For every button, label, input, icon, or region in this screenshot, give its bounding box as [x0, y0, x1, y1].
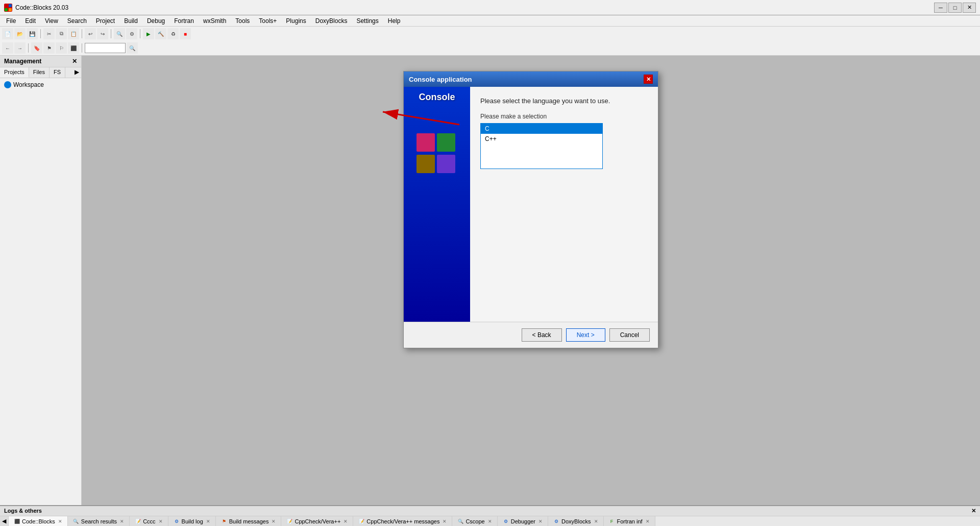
- svg-rect-2: [5, 8, 8, 11]
- sidebar-tab-fs[interactable]: FS: [50, 67, 65, 78]
- modal-dialog: Console application ✕ Console: [403, 71, 658, 348]
- log-tab-search[interactable]: 🔍 Search results ✕: [68, 516, 130, 526]
- back-button[interactable]: < Back: [522, 328, 562, 342]
- log-tab-codeblocks-label: Code::Blocks: [22, 518, 55, 524]
- tb-replace[interactable]: ⚙: [126, 28, 137, 39]
- menu-item-help[interactable]: Help: [384, 16, 405, 26]
- menu-item-search[interactable]: Search: [63, 16, 91, 26]
- log-tab-codeblocks[interactable]: ⬛ Code::Blocks ✕: [9, 516, 68, 526]
- tb-build[interactable]: 🔨: [155, 28, 166, 39]
- log-tab-cppcheck[interactable]: 📝 CppCheck/Vera++ ✕: [281, 516, 353, 526]
- language-item-cpp[interactable]: C++: [481, 134, 602, 144]
- cancel-button[interactable]: Cancel: [609, 328, 650, 342]
- workspace-icon: [4, 81, 11, 88]
- workspace-item[interactable]: Workspace: [2, 80, 79, 89]
- tb-search[interactable]: 🔍: [114, 28, 125, 39]
- modal-title: Console application: [409, 76, 472, 83]
- tb-rebuild[interactable]: ♻: [167, 28, 179, 39]
- tb-open[interactable]: 📂: [14, 28, 26, 39]
- tb-next[interactable]: →: [14, 42, 26, 54]
- tb-redo[interactable]: ↪: [97, 28, 108, 39]
- tb-paste[interactable]: 📋: [68, 28, 79, 39]
- menu-item-tools[interactable]: Tools+: [255, 16, 281, 26]
- sidebar-content: Workspace: [0, 78, 81, 505]
- language-list[interactable]: C C++: [480, 123, 603, 169]
- logs-close[interactable]: ✕: [971, 508, 976, 514]
- tb-bookmark[interactable]: 🔖: [31, 42, 42, 54]
- close-button[interactable]: ✕: [963, 3, 976, 13]
- language-item-c[interactable]: C: [481, 124, 602, 134]
- log-tab-search-close[interactable]: ✕: [120, 519, 124, 524]
- cppcheckmsg-tab-icon: 📝: [358, 518, 364, 524]
- log-tab-doxyblocks-close[interactable]: ✕: [594, 519, 598, 524]
- menu-item-debug[interactable]: Debug: [143, 16, 169, 26]
- sidebar-tab-projects[interactable]: Projects: [0, 67, 29, 78]
- log-tab-fortran[interactable]: F Fortran inf ✕: [604, 516, 655, 526]
- log-tab-cppcheckmsg-close[interactable]: ✕: [443, 519, 447, 524]
- buildmsg-tab-icon: ⚑: [221, 518, 227, 524]
- tb-cut[interactable]: ✂: [43, 28, 55, 39]
- toolbar-row-1: 📄 📂 💾 ✂ ⧉ 📋 ↩ ↪ 🔍 ⚙ ▶ 🔨 ♻ ■: [0, 27, 980, 41]
- modal-sublabel: Please make a selection: [480, 113, 648, 120]
- log-tab-cscope-close[interactable]: ✕: [488, 519, 492, 524]
- sidebar-tab-arrow[interactable]: ▶: [72, 67, 81, 78]
- menu-item-view[interactable]: View: [41, 16, 62, 26]
- log-tab-cppcheck-close[interactable]: ✕: [344, 519, 348, 524]
- main-layout: Management ✕ Projects Files FS ▶ Workspa…: [0, 56, 980, 505]
- maximize-button[interactable]: □: [948, 3, 962, 13]
- log-tab-cccc[interactable]: 📝 Cccc ✕: [130, 516, 168, 526]
- log-tab-fortran-close[interactable]: ✕: [646, 519, 650, 524]
- log-tab-buildmsg[interactable]: ⚑ Build messages ✕: [216, 516, 282, 526]
- menu-item-file[interactable]: File: [2, 16, 20, 26]
- toolbar-area: 📄 📂 💾 ✂ ⧉ 📋 ↩ ↪ 🔍 ⚙ ▶ 🔨 ♻ ■ ← → 🔖 ⚑ ⚐ ⬛ …: [0, 27, 980, 56]
- log-tab-buildlog[interactable]: ⚙ Build log ✕: [168, 516, 216, 526]
- log-tab-cccc-close[interactable]: ✕: [159, 519, 163, 524]
- menu-item-build[interactable]: Build: [120, 16, 142, 26]
- menu-item-edit[interactable]: Edit: [21, 16, 40, 26]
- tb-copy[interactable]: ⧉: [56, 28, 67, 39]
- sidebar-title: Management: [4, 58, 41, 65]
- tb-save[interactable]: 💾: [27, 28, 38, 39]
- menu-item-doxyblocks[interactable]: DoxyBlocks: [311, 16, 352, 26]
- tb-undo[interactable]: ↩: [85, 28, 96, 39]
- modal-sidebar-panel: Console: [404, 87, 470, 322]
- modal-close-button[interactable]: ✕: [644, 75, 653, 84]
- next-button[interactable]: Next >: [566, 328, 605, 342]
- menu-item-settings[interactable]: Settings: [352, 16, 382, 26]
- tb-stop[interactable]: ■: [180, 28, 191, 39]
- log-tab-buildmsg-close[interactable]: ✕: [272, 519, 276, 524]
- sidebar-close[interactable]: ✕: [72, 58, 77, 65]
- tb-new[interactable]: 📄: [2, 28, 13, 39]
- modal-sidebar-title: Console: [419, 92, 455, 103]
- sidebar-header: Management ✕: [0, 56, 81, 67]
- tb-prev[interactable]: ←: [2, 42, 13, 54]
- log-tab-doxyblocks[interactable]: ⚙ DoxyBlocks ✕: [548, 516, 603, 526]
- log-tab-buildlog-close[interactable]: ✕: [206, 519, 210, 524]
- modal-titlebar: Console application ✕: [404, 71, 658, 87]
- menu-item-wxsmith[interactable]: wxSmith: [199, 16, 230, 26]
- tb-bm3[interactable]: ⚐: [56, 42, 67, 54]
- tb-bm4[interactable]: ⬛: [68, 42, 79, 54]
- menu-item-plugins[interactable]: Plugins: [282, 16, 310, 26]
- log-tab-codeblocks-close[interactable]: ✕: [58, 519, 62, 524]
- log-tab-cppcheckmsg[interactable]: 📝 CppCheck/Vera++ messages ✕: [353, 516, 452, 526]
- tb-search2[interactable]: 🔍: [127, 42, 138, 54]
- menu-item-tools[interactable]: Tools: [231, 16, 254, 26]
- logs-scroll-left[interactable]: ◀: [0, 516, 9, 526]
- menu-item-fortran[interactable]: Fortran: [170, 16, 198, 26]
- minimize-button[interactable]: ─: [934, 3, 947, 13]
- content-area: Console application ✕ Console: [82, 56, 980, 505]
- tb-bm2[interactable]: ⚑: [43, 42, 55, 54]
- sidebar-tab-files[interactable]: Files: [29, 67, 50, 78]
- log-tab-buildmsg-label: Build messages: [229, 518, 269, 524]
- menu-item-project[interactable]: Project: [92, 16, 119, 26]
- log-tab-debugger-close[interactable]: ✕: [538, 519, 543, 524]
- log-tab-cscope[interactable]: 🔍 Cscope ✕: [452, 516, 497, 526]
- logo-sq-2: [437, 133, 455, 152]
- tb-run[interactable]: ▶: [143, 28, 154, 39]
- sep6: [82, 43, 82, 53]
- toolbar-row-2: ← → 🔖 ⚑ ⚐ ⬛ 🔍: [0, 41, 980, 55]
- search-input[interactable]: [85, 43, 126, 53]
- log-tab-debugger[interactable]: ⚙ Debugger ✕: [498, 516, 548, 526]
- title-bar: Code::Blocks 20.03 ─ □ ✕: [0, 0, 980, 15]
